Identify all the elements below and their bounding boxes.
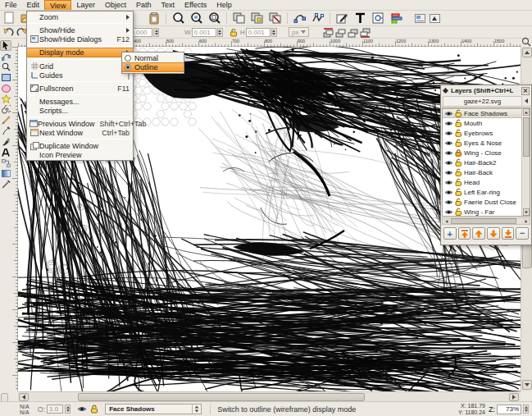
fill-stroke-dialog-button[interactable]	[334, 11, 351, 25]
view-menu-grid[interactable]: Grid#	[27, 62, 133, 71]
visibility-icon[interactable]	[444, 120, 453, 127]
h-spinner[interactable]	[271, 28, 277, 37]
text-tool[interactable]	[0, 147, 11, 158]
visibility-icon[interactable]	[444, 189, 453, 196]
layer-row[interactable]: Left Ear-ring	[443, 187, 530, 197]
dialog-button-2[interactable]	[428, 12, 442, 25]
view-menu-next-window[interactable]: Next WindowCtrl+Tab	[27, 128, 133, 137]
opacity-spinner[interactable]	[65, 405, 70, 414]
layers-vscroll-thumb[interactable]	[523, 117, 530, 157]
y-spinner[interactable]	[153, 28, 159, 37]
layer-row[interactable]: Wing - Close	[443, 148, 530, 158]
layer-lock-icon[interactable]	[90, 405, 98, 414]
layers-scroll-up-icon[interactable]	[523, 108, 530, 116]
layer-row[interactable]: Eyes & Nose	[443, 138, 530, 148]
view-menu-fullscreen[interactable]: FullscreenF11	[27, 84, 133, 93]
rotate-ccw-button[interactable]	[2, 26, 16, 39]
zoom-drawing-button[interactable]	[188, 11, 205, 25]
menu-view[interactable]: View	[44, 0, 71, 10]
visibility-icon[interactable]	[444, 139, 453, 147]
visibility-icon[interactable]	[444, 208, 453, 216]
align-dialog-button[interactable]	[388, 11, 405, 25]
menu-object[interactable]: Object	[100, 0, 131, 10]
current-layer-dropdown[interactable]: Face Shadows	[105, 404, 202, 414]
menu-layer[interactable]: Layer	[71, 0, 100, 10]
view-menu-show-hide-dialogs[interactable]: Show/Hide DialogsF12	[27, 34, 133, 43]
paste-button[interactable]	[145, 11, 162, 25]
raise-layer-to-top-button[interactable]	[458, 227, 471, 240]
text-dialog-button[interactable]	[352, 11, 369, 25]
visibility-icon[interactable]	[444, 199, 453, 206]
lock-closed-icon[interactable]	[455, 149, 462, 157]
xml-editor-button[interactable]	[370, 11, 387, 25]
view-menu-icon-preview[interactable]: Icon Preview	[27, 150, 133, 159]
lock-open-icon[interactable]	[455, 178, 462, 186]
view-menu-previous-window[interactable]: Previous WindowShift+Ctrl+Tab	[27, 119, 133, 128]
ellipse-tool[interactable]	[0, 83, 11, 94]
lower-layer-to-bottom-button[interactable]	[502, 227, 515, 240]
w-spinner[interactable]	[217, 28, 223, 37]
new-document-button[interactable]	[0, 11, 17, 25]
layers-scroll-down-icon[interactable]	[523, 208, 530, 216]
zigzag-icon[interactable]	[309, 11, 326, 25]
view-menu-zoom[interactable]: Zoom	[27, 12, 133, 21]
menu-path[interactable]: Path	[131, 0, 157, 10]
lower-to-bottom-button[interactable]	[358, 26, 372, 39]
close-icon[interactable]	[521, 87, 530, 95]
menu-text[interactable]: Text	[156, 0, 180, 10]
horizontal-scrollbar-thumb[interactable]	[78, 393, 365, 401]
layer-row[interactable]: Head	[443, 177, 530, 187]
layers-scroll-right-icon[interactable]	[522, 218, 530, 224]
lock-open-icon[interactable]	[455, 119, 462, 127]
menu-help[interactable]: Help	[211, 0, 237, 10]
layer-row[interactable]: Mouth	[443, 118, 530, 128]
node-tool[interactable]	[0, 51, 11, 62]
gradient-tool[interactable]	[0, 168, 11, 179]
zoom-selection-button[interactable]	[170, 11, 187, 25]
scroll-down-button[interactable]	[522, 380, 532, 390]
scroll-up-button[interactable]	[522, 48, 532, 57]
layer-visibility-icon[interactable]	[77, 405, 87, 413]
lower-layer-button[interactable]	[487, 227, 500, 240]
visibility-icon[interactable]	[444, 149, 453, 157]
clone-button[interactable]	[248, 11, 266, 25]
layer-row[interactable]: Eyebrows	[443, 128, 530, 138]
dialog-button-1[interactable]	[413, 12, 427, 25]
zoom-spinner[interactable]	[523, 405, 529, 414]
ruler-corner-zoom-icon[interactable]	[521, 36, 532, 47]
view-menu-guides[interactable]: Guides|	[27, 71, 133, 80]
lock-open-icon[interactable]	[455, 158, 462, 167]
menu-effects[interactable]: Effects	[180, 0, 211, 10]
lock-ratio[interactable]	[230, 27, 238, 37]
opacity-input[interactable]: 1.0	[47, 405, 63, 414]
zoom-input[interactable]: 73%	[497, 405, 521, 414]
layers-vertical-scrollbar[interactable]	[521, 108, 530, 216]
horizontal-scrollbar[interactable]	[18, 391, 521, 401]
fill-stroke-indicator[interactable]: N/A N/A	[20, 404, 30, 415]
spiral-tool[interactable]	[0, 104, 11, 115]
zoom-page-button[interactable]	[206, 11, 223, 25]
selector-tool[interactable]	[0, 40, 11, 51]
visibility-icon[interactable]	[444, 159, 453, 167]
lock-open-icon[interactable]	[455, 129, 462, 137]
layer-row[interactable]: Hair-Back	[443, 167, 530, 177]
menu-file[interactable]: File	[0, 0, 22, 10]
visibility-icon[interactable]	[444, 169, 453, 176]
dropper-tool[interactable]	[0, 179, 11, 190]
lock-open-icon[interactable]	[455, 198, 462, 206]
nodes-icon[interactable]	[291, 11, 308, 25]
layer-row[interactable]: Wing - Far	[443, 207, 530, 217]
visibility-icon[interactable]	[444, 179, 453, 186]
view-menu-show-hide[interactable]: Show/Hide	[27, 25, 133, 34]
view-menu-duplicate-window[interactable]: Duplicate Window	[27, 141, 133, 150]
display-mode-outline[interactable]: Outline	[122, 62, 184, 72]
scroll-left-button[interactable]	[19, 393, 29, 401]
pencil-tool[interactable]	[0, 115, 11, 126]
lock-open-icon[interactable]	[455, 109, 462, 117]
add-layer-button[interactable]: +	[443, 227, 457, 240]
menu-edit[interactable]: Edit	[22, 0, 45, 10]
layers-horizontal-scrollbar[interactable]	[442, 217, 530, 225]
layers-scroll-left-icon[interactable]	[443, 218, 450, 224]
tab-scroll-left-icon[interactable]	[522, 97, 530, 106]
h-input[interactable]: 0.001	[246, 28, 271, 37]
